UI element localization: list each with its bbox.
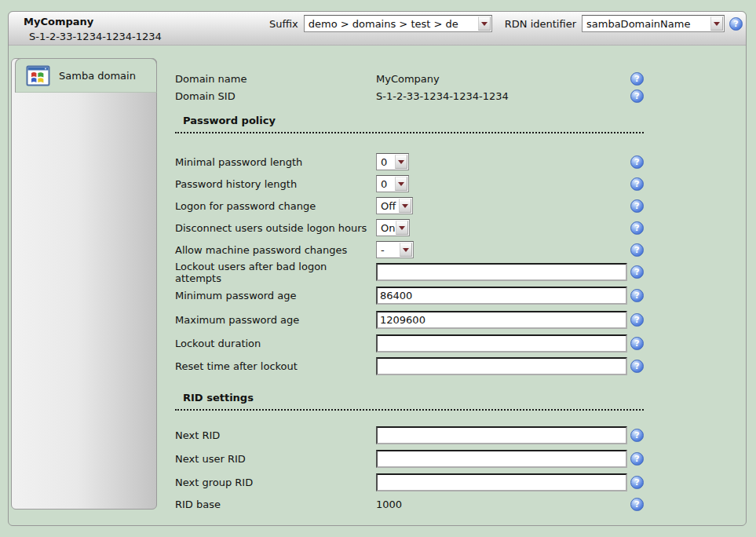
help-icon[interactable]: ? [729, 17, 743, 31]
field-label: Logon for password change [175, 200, 376, 212]
chevron-down-icon [399, 226, 405, 230]
help-icon[interactable]: ? [630, 177, 644, 191]
entry-sid-subtitle: S-1-2-33-1234-1234-1234 [29, 31, 162, 42]
windows-logo-icon [26, 64, 50, 88]
field-label: RID base [175, 499, 376, 510]
help-icon[interactable]: ? [630, 221, 644, 235]
field-label: Allow machine password changes [175, 244, 376, 256]
help-icon[interactable]: ? [630, 360, 644, 373]
form-row-domain-name: Domain name MyCompany ? [175, 71, 644, 86]
form-row-lockout-users: Lockout users after bad logon attempts ? [175, 263, 644, 281]
form-row-minimal-password-length: Minimal password length 0 ? [175, 153, 644, 170]
tab-samba-domain[interactable]: Samba domain [15, 58, 157, 93]
form-row-next-user-rid: Next user RID ? [175, 450, 644, 468]
select-dropdown-button[interactable] [395, 155, 407, 169]
form-row-maximum-password-age: Maximum password age ? [175, 311, 644, 329]
select-dropdown-button[interactable] [399, 199, 411, 213]
field-label: Disconnect users outside logon hours [175, 222, 376, 234]
form-row-logon-for-password-change: Logon for password change Off ? [175, 197, 644, 214]
form-row-password-history-length: Password history length 0 ? [175, 175, 644, 192]
field-label: Lockout users after bad logon attempts [175, 261, 376, 284]
help-icon[interactable]: ? [630, 452, 644, 466]
select-dropdown-button[interactable] [396, 221, 408, 235]
help-icon[interactable]: ? [630, 199, 644, 213]
help-icon[interactable]: ? [630, 90, 644, 103]
help-icon[interactable]: ? [630, 72, 644, 86]
form-row-disconnect-users: Disconnect users outside logon hours On … [175, 219, 644, 236]
chevron-down-icon [402, 204, 408, 208]
select-value: 0 [377, 154, 394, 170]
help-icon[interactable]: ? [630, 498, 644, 511]
field-label: Password history length [175, 178, 376, 190]
password-history-length-select[interactable]: 0 [376, 175, 409, 192]
help-icon[interactable]: ? [630, 289, 644, 302]
samba-domain-form: Domain name MyCompany ? Domain SID S-1-2… [175, 12, 644, 525]
minimum-password-age-input[interactable] [376, 287, 627, 305]
select-value: Off [377, 198, 398, 214]
form-row-lockout-duration: Lockout duration ? [175, 334, 644, 353]
field-label: Minimal password length [175, 156, 376, 168]
logon-for-password-change-select[interactable]: Off [376, 197, 413, 214]
select-value: On [377, 220, 395, 236]
help-icon[interactable]: ? [630, 476, 644, 489]
help-icon[interactable]: ? [630, 243, 644, 257]
chevron-down-icon [714, 22, 720, 26]
field-label: Reset time after lockout [175, 360, 376, 372]
next-group-rid-input[interactable] [376, 473, 627, 491]
help-icon[interactable]: ? [630, 429, 644, 442]
field-label: Next user RID [175, 453, 376, 465]
section-password-policy: Password policy [175, 115, 644, 133]
help-icon[interactable]: ? [630, 313, 644, 327]
next-user-rid-input[interactable] [376, 450, 627, 468]
chevron-down-icon [403, 248, 409, 252]
select-dropdown-button[interactable] [395, 177, 407, 191]
domain-name-value: MyCompany [376, 73, 630, 85]
lockout-users-input[interactable] [376, 263, 627, 281]
field-label: Next group RID [175, 477, 376, 488]
form-row-domain-sid: Domain SID S-1-2-33-1234-1234-1234 ? [175, 88, 644, 104]
field-label: Maximum password age [175, 314, 376, 326]
rid-base-value: 1000 [376, 499, 630, 510]
chevron-down-icon [398, 160, 404, 164]
form-row-next-rid: Next RID ? [175, 426, 644, 444]
minimal-password-length-select[interactable]: 0 [376, 153, 409, 170]
help-icon[interactable]: ? [630, 155, 644, 169]
form-row-reset-time-after-lockout: Reset time after lockout ? [175, 357, 644, 375]
help-icon[interactable]: ? [630, 265, 644, 279]
maximum-password-age-input[interactable] [376, 311, 627, 329]
field-label: Next RID [175, 429, 376, 441]
field-label: Minimum password age [175, 290, 376, 301]
domain-sid-value: S-1-2-33-1234-1234-1234 [376, 90, 630, 102]
form-row-allow-machine-password-changes: Allow machine password changes - ? [175, 241, 644, 258]
field-label: Domain name [175, 73, 376, 85]
chevron-down-icon [398, 182, 404, 186]
select-value: - [377, 242, 399, 258]
form-row-rid-base: RID base 1000 ? [175, 496, 644, 512]
module-tab-sidebar: Samba domain [11, 58, 157, 510]
select-dropdown-button[interactable] [400, 243, 412, 257]
rdn-select-dropdown-button[interactable] [710, 16, 723, 31]
lockout-duration-input[interactable] [376, 334, 627, 353]
field-label: Domain SID [175, 90, 376, 102]
form-row-next-group-rid: Next group RID ? [175, 473, 644, 491]
disconnect-users-select[interactable]: On [376, 219, 410, 236]
field-label: Lockout duration [175, 338, 376, 349]
reset-time-after-lockout-input[interactable] [376, 357, 627, 375]
next-rid-input[interactable] [376, 426, 627, 444]
help-icon[interactable]: ? [630, 337, 644, 350]
entry-title: MyCompany [24, 16, 93, 27]
select-value: 0 [377, 176, 394, 192]
form-row-minimum-password-age: Minimum password age ? [175, 287, 644, 305]
section-rid-settings: RID settings [175, 392, 644, 411]
allow-machine-password-changes-select[interactable]: - [376, 241, 414, 258]
samba-domain-window: MyCompany S-1-2-33-1234-1234-1234 Suffix… [8, 11, 747, 526]
tab-samba-domain-label: Samba domain [59, 70, 136, 82]
